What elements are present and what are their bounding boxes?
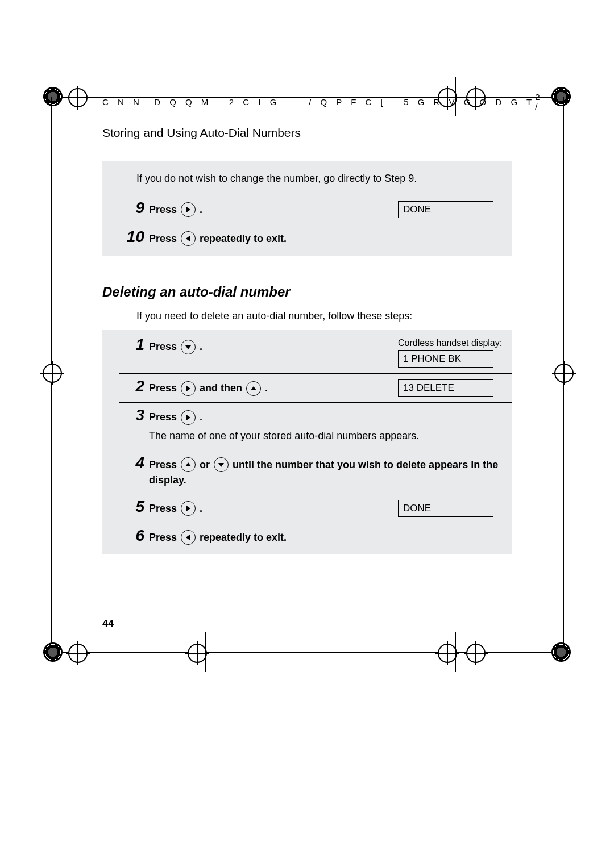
display-label: Cordless handset display: (398, 338, 512, 348)
page: C N N D Q Q M 2 C I G / Q P F C [ 5 G R … (0, 0, 614, 868)
text: . (265, 382, 268, 394)
step-text: Press . (149, 338, 398, 354)
text: . (200, 411, 202, 423)
left-arrow-icon (181, 530, 196, 545)
up-arrow-icon (181, 457, 196, 472)
step-number: 3 (119, 407, 149, 423)
crosshair-icon (466, 644, 486, 663)
subsection-title: Deleting an auto-dial number (102, 284, 512, 300)
right-arrow-icon (181, 381, 196, 396)
header-right: 2 / (535, 92, 543, 111)
lcd-display: DONE (398, 500, 493, 517)
page-number: 44 (102, 618, 114, 630)
text: . (200, 503, 202, 514)
display-col: DONE (398, 500, 512, 517)
left-arrow-icon (181, 231, 196, 246)
step-extra-text: The name of one of your stored auto-dial… (149, 425, 512, 450)
crop-tick (205, 632, 206, 672)
step-row: 1 Press . Cordless handset display: 1 PH… (119, 330, 512, 373)
text: . (200, 204, 202, 215)
lcd-display: 1 PHONE BK (398, 350, 493, 368)
content: Storing and Using Auto-Dial Numbers If y… (102, 126, 512, 554)
svg-marker-9 (186, 535, 190, 540)
step-number: 6 (119, 528, 149, 544)
svg-marker-4 (251, 386, 256, 390)
text: repeatedly to exit. (200, 233, 287, 244)
note-text: If you do not wish to change the number,… (102, 167, 512, 195)
down-arrow-icon (214, 457, 229, 472)
svg-marker-6 (185, 462, 191, 466)
step-text: Press and then . (149, 379, 398, 396)
step-row: 10 Press repeatedly to exit. (119, 224, 512, 252)
lcd-display: DONE (398, 201, 493, 218)
step-text: Press . (149, 408, 398, 425)
text: Press (149, 204, 180, 215)
step-row: 9 Press . DONE (119, 195, 512, 224)
registration-mark-icon (551, 642, 571, 662)
svg-marker-1 (186, 236, 190, 241)
display-col: 13 DELETE (398, 379, 512, 397)
step-number: 10 (119, 229, 149, 245)
display-col: Cordless handset display: 1 PHONE BK (398, 338, 512, 368)
svg-marker-5 (186, 415, 190, 420)
step-number: 9 (119, 200, 149, 216)
svg-marker-3 (186, 386, 190, 391)
crop-tick (455, 632, 456, 672)
svg-marker-0 (186, 207, 190, 212)
svg-marker-2 (185, 345, 191, 349)
step-number: 1 (119, 337, 149, 353)
right-arrow-icon (181, 501, 196, 516)
down-arrow-icon (181, 340, 196, 354)
step-number: 2 (119, 378, 149, 394)
text: Press (149, 459, 180, 470)
step-text: Press or until the number that you wish … (149, 456, 512, 488)
text: Press (149, 233, 180, 244)
step-block-a: If you do not wish to change the number,… (102, 161, 512, 256)
intro-text: If you need to delete an auto-dial numbe… (136, 310, 512, 322)
crosshair-icon (554, 364, 574, 383)
crosshair-icon (43, 364, 62, 383)
right-arrow-icon (181, 202, 196, 217)
section-title: Storing and Using Auto-Dial Numbers (102, 126, 512, 140)
running-header: C N N D Q Q M 2 C I G / Q P F C [ 5 G R … (102, 92, 512, 111)
header-left: C N N D Q Q M 2 C I G / Q P F C [ 5 G R … (102, 97, 535, 107)
display-col: DONE (398, 201, 512, 218)
right-arrow-icon (181, 410, 196, 425)
svg-marker-7 (218, 463, 224, 467)
crop-bar-bottom (43, 652, 571, 653)
step-number: 5 (119, 499, 149, 515)
text: and then (200, 382, 245, 394)
crosshair-icon (68, 644, 88, 663)
lcd-display: 13 DELETE (398, 379, 493, 397)
crosshair-icon (68, 88, 88, 107)
text: Press (149, 341, 180, 352)
up-arrow-icon (246, 381, 261, 396)
text: . (200, 341, 202, 352)
step-text: Press repeatedly to exit. (149, 529, 398, 545)
step-row: 6 Press repeatedly to exit. (119, 523, 512, 551)
registration-mark-icon (551, 87, 571, 106)
step-text: Press repeatedly to exit. (149, 230, 398, 247)
svg-marker-8 (186, 506, 190, 511)
text: Press (149, 411, 180, 423)
text: or (200, 459, 213, 470)
text: Press (149, 532, 180, 543)
step-number: 4 (119, 455, 149, 471)
crosshair-icon (438, 644, 457, 663)
registration-mark-icon (43, 642, 63, 662)
step-row: 2 Press and then . 13 DELETE (119, 373, 512, 402)
text: Press (149, 382, 180, 394)
text: Press (149, 503, 180, 514)
crosshair-icon (188, 644, 207, 663)
step-text: Press . (149, 201, 398, 218)
step-row: 3 Press . (119, 402, 512, 425)
text: repeatedly to exit. (200, 532, 287, 543)
registration-mark-icon (43, 87, 63, 106)
step-row: 4 Press or until the number that you wis… (119, 450, 512, 494)
step-text: Press . (149, 500, 398, 516)
step-block-b: 1 Press . Cordless handset display: 1 PH… (102, 330, 512, 554)
step-row: 5 Press . DONE (119, 494, 512, 523)
